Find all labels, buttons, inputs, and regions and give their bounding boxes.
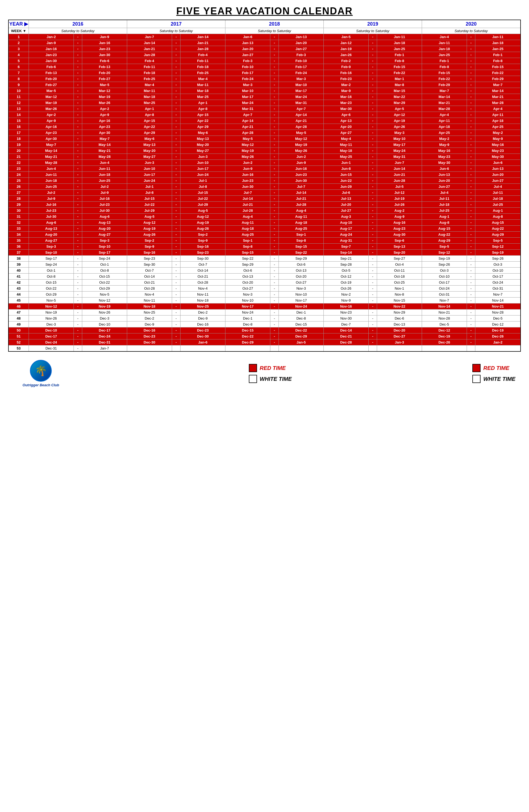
date-separator: - [172,279,180,286]
date-end: Dec-24 [82,333,127,339]
date-start: Dec-17 [29,333,74,339]
date-end: Jul-2 [82,184,127,190]
date-end: Apr-4 [475,106,520,112]
date-separator: - [368,321,377,328]
logo-icon: 🌴 [30,360,52,382]
date-start: Aug-27 [29,238,74,244]
date-end: Oct-3 [475,262,520,267]
date-start: Apr-27 [324,130,368,136]
date-end: Aug-23 [377,226,422,232]
week-number: 46 [9,304,29,309]
date-end: Mar-14 [475,88,520,94]
date-start: Sep-22 [225,256,270,262]
red-label-left: RED TIME [260,365,286,371]
date-end: Jul-12 [377,190,422,196]
date-start: Mar-5 [29,88,74,94]
date-start: Apr-25 [422,130,467,136]
date-separator: - [172,70,180,76]
date-start: Jan-26 [324,52,368,58]
table-row: 3Jan-16-Jan-23Jan-21-Jan-28Jan-20-Jan-27… [9,46,520,52]
date-separator: - [467,64,475,70]
date-end: May-23 [475,148,520,154]
date-end: Apr-1 [181,100,226,106]
date-end: Nov-4 [181,286,226,292]
date-separator: - [368,88,377,94]
date-start: Aug-19 [127,226,172,232]
date-separator: - [172,214,180,220]
week-number: 16 [9,124,29,130]
date-end: Mar-22 [377,94,422,100]
week-number: 43 [9,286,29,292]
date-separator: - [368,154,377,160]
date-separator: - [467,166,475,172]
date-end: Apr-7 [279,106,324,112]
week-number: 10 [9,88,29,94]
date-end: Feb-17 [279,64,324,70]
date-start: Feb-20 [29,76,74,82]
date-end: Mar-4 [181,76,226,82]
legend-red-left: RED TIME [249,364,292,372]
date-end: Aug-5 [181,208,226,214]
date-separator: - [270,226,278,232]
date-end: Sep-26 [475,256,520,262]
date-start: Dec-2 [127,316,172,321]
date-start: Sep-7 [324,244,368,250]
date-separator: - [172,274,180,279]
date-start: Jan-2 [29,34,74,40]
date-start: Jun-9 [225,166,270,172]
date-separator: - [368,178,377,184]
table-row: 37Sep-10-Sep-17Sep-16-Sep-23Sep-15-Sep-2… [9,250,520,256]
date-end: May-7 [82,136,127,142]
date-start: Oct-7 [127,267,172,274]
date-separator: - [73,274,82,279]
date-start: May-13 [127,142,172,148]
table-row: 50Dec-10-Dec-17Dec-16-Dec-23Dec-15-Dec-2… [9,328,520,333]
date-separator: - [467,262,475,267]
date-end: Aug-16 [377,220,422,226]
table-row: 42Oct-15-Oct-22Oct-21-Oct-28Oct-20-Oct-2… [9,279,520,286]
week-number: 40 [9,267,29,274]
date-end: Oct-22 [82,279,127,286]
week-subheader-row: WEEK ▼ Saturday to Saturday Saturday to … [9,28,520,34]
date-separator: - [270,304,278,309]
date-start: May-2 [422,136,467,142]
date-separator [368,345,377,352]
date-end: Nov-21 [475,304,520,309]
date-end: Mar-5 [82,82,127,88]
week-number: 29 [9,202,29,208]
date-end: Mar-19 [82,94,127,100]
date-end: Nov-19 [82,304,127,309]
date-separator: - [73,46,82,52]
date-end: Jun-16 [279,166,324,172]
week-number: 52 [9,339,29,345]
date-start: Aug-6 [29,220,74,226]
date-separator: - [368,172,377,178]
date-start: Jul-29 [127,208,172,214]
date-separator: - [73,226,82,232]
date-separator: - [368,238,377,244]
date-start: Nov-7 [422,298,467,304]
date-start: Apr-4 [422,112,467,118]
date-separator: - [368,52,377,58]
date-separator: - [467,214,475,220]
date-start: Jul-9 [29,196,74,202]
date-end: Aug-18 [279,220,324,226]
date-separator: - [172,190,180,196]
date-end: Jul-30 [82,208,127,214]
date-end: Jun-10 [181,160,226,166]
date-start: Dec-16 [127,328,172,333]
week-number: 33 [9,226,29,232]
date-start: Jul-6 [324,190,368,196]
week-number: 21 [9,154,29,160]
date-separator: - [270,196,278,202]
table-row: 20May-14-May-21May-20-May-27May-19-May-2… [9,148,520,154]
date-end: Nov-25 [181,304,226,309]
date-start: Sep-12 [422,250,467,256]
date-separator: - [73,208,82,214]
date-end: Oct-13 [279,267,324,274]
date-separator: - [368,82,377,88]
date-end: Aug-22 [475,226,520,232]
week-number: 3 [9,46,29,52]
date-start: Feb-16 [324,70,368,76]
date-separator: - [270,142,278,148]
